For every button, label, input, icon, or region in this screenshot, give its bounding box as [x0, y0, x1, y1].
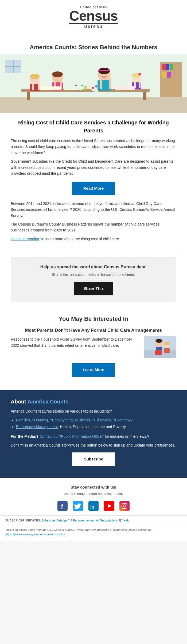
footer-social: Stay connected with us! Join the convers… — [0, 478, 187, 515]
about-link-employment[interactable]: ?Employment, — [50, 418, 74, 422]
article-body-2: Government subsidies like the Credit for… — [11, 158, 176, 176]
svg-rect-9 — [170, 64, 173, 70]
svg-point-20 — [92, 87, 94, 89]
about-media-suffix: for inquiries or interviews.? — [105, 434, 149, 439]
svg-text:in: in — [90, 504, 94, 509]
svg-text:f: f — [61, 503, 63, 510]
about-section: About America Counts America Counts feat… — [0, 390, 187, 478]
svg-rect-42 — [139, 81, 141, 88]
svg-rect-45 — [40, 86, 61, 90]
subscriber-label: SUBSCRIBER SERVICES: — [5, 519, 41, 522]
article-section: Rising Cost of Child Care Services a Cha… — [0, 113, 187, 250]
about-list-item-1: Families, ?Housing, ?Employment, Busines… — [16, 417, 176, 424]
help-link[interactable]: Help — [123, 519, 130, 522]
svg-point-44 — [138, 73, 141, 75]
article-body-3: Between 2014 and 2021, estimated revenue… — [11, 201, 176, 219]
about-link-housing[interactable]: ?Housing, — [32, 418, 49, 422]
main-title-section: America Counts: Stories Behind the Numbe… — [0, 32, 187, 54]
disclaimer-text: This is an official email from the U.S. … — [5, 528, 152, 531]
svg-rect-25 — [32, 82, 34, 90]
footer-links: SUBSCRIBER SERVICES: Subscriber Settings… — [0, 515, 187, 525]
svg-point-68 — [126, 504, 127, 505]
share-title: Help us spread the word about Census Bur… — [16, 264, 171, 270]
header: United States® Census Bureau — [0, 0, 187, 32]
footer-sep2: ?|? — [119, 519, 123, 522]
footer-social-title: Stay connected with us! — [5, 484, 182, 490]
svg-rect-7 — [162, 64, 166, 70]
facebook-icon[interactable]: f — [57, 501, 68, 511]
interested-thumbnail — [144, 336, 176, 358]
svg-rect-26 — [38, 82, 40, 90]
about-link-emergency[interactable]: Emergency Management, — [16, 425, 59, 429]
about-signup: Don't miss an America Counts story!?Use … — [11, 442, 176, 448]
instagram-icon[interactable] — [119, 501, 130, 511]
svg-point-21 — [95, 85, 97, 87]
interested-title: You May Be Interested In — [11, 314, 176, 323]
svg-point-52 — [155, 339, 162, 343]
interested-card-body: Responses to the Household Pulse Survey … — [11, 336, 176, 358]
about-pio-link[interactable]: Contact our?Public Information Office? — [40, 434, 104, 439]
svg-rect-38 — [98, 70, 110, 71]
svg-rect-47 — [115, 86, 135, 90]
hero-image — [0, 54, 187, 113]
footer-social-subtitle: Join the conversation on social media. — [5, 491, 182, 497]
about-text-health: Health, Population, Income and Poverty — [60, 425, 126, 429]
footer-sep: ?|? — [68, 519, 72, 522]
share-section: Help us spread the word about Census Bur… — [11, 257, 176, 302]
svg-rect-65 — [119, 501, 130, 511]
footer-disclaimer: This is an official email from the U.S. … — [0, 525, 187, 541]
svg-rect-35 — [100, 78, 102, 89]
article-title: Rising Cost of Child Care Services a Cha… — [11, 119, 176, 135]
about-link-families[interactable]: Families, — [16, 418, 31, 422]
interested-text: Responses to the Household Pulse Survey … — [11, 336, 140, 348]
share-this-button[interactable]: Share This — [74, 282, 114, 295]
svg-rect-10 — [162, 72, 166, 78]
interested-card-title: Most Parents Don?t Have Any Formal Child… — [11, 327, 176, 334]
svg-rect-36 — [109, 78, 111, 89]
youtube-icon[interactable] — [104, 501, 114, 511]
svg-rect-13 — [27, 92, 30, 100]
about-title: About America Counts — [11, 398, 176, 406]
continue-reading-link[interactable]: Continue reading — [11, 237, 39, 241]
about-title-prefix: About — [11, 399, 28, 405]
learn-more-button[interactable]: Learn More — [72, 363, 115, 377]
subscriber-settings-link[interactable]: Subscriber Settings — [42, 519, 67, 522]
svg-rect-14 — [143, 92, 146, 100]
remove-subscriptions-link[interactable]: Remove me from All Subscriptions — [73, 519, 118, 522]
email-wrapper: United States® Census Bureau America Cou… — [0, 0, 187, 541]
about-link-business[interactable]: Business, — [75, 418, 91, 422]
svg-rect-34 — [98, 80, 111, 91]
about-body-1: America Counts features stories on vario… — [11, 408, 176, 414]
share-wrapper: Help us spread the word about Census Bur… — [0, 250, 187, 309]
census-logo: United States® Census Bureau — [69, 5, 118, 29]
share-subtitle: Share this on social media or forward it… — [16, 272, 171, 277]
article-continue: Continue reading?to learn more about the… — [11, 236, 176, 242]
svg-rect-46 — [64, 86, 83, 90]
article-body-1: The rising cost of child care services i… — [11, 138, 176, 156]
interested-section: You May Be Interested In Most Parents Do… — [0, 309, 187, 387]
article-body-4: The Census Bureau?s County Business Patt… — [11, 221, 176, 233]
main-title: America Counts: Stories Behind the Numbe… — [11, 37, 176, 54]
twitter-icon[interactable] — [73, 501, 83, 511]
svg-rect-8 — [166, 64, 169, 70]
about-link-education[interactable]: ?Education, — [92, 418, 112, 422]
read-more-button[interactable]: Read More — [72, 182, 115, 195]
disclaimer-link[interactable]: https://www.census.gov/about/contact-us.… — [5, 533, 65, 536]
about-link-economy[interactable]: ?Economy? — [113, 418, 133, 422]
svg-rect-54 — [164, 348, 170, 353]
svg-rect-5 — [5, 66, 21, 67]
svg-rect-18 — [84, 86, 87, 90]
svg-point-55 — [164, 342, 170, 345]
about-media-label: For the Media:? — [11, 434, 38, 439]
social-icons-row: f in — [5, 501, 182, 511]
logo-bureau: Bureau — [69, 23, 118, 29]
about-title-link[interactable]: America Counts — [28, 399, 68, 405]
about-list-item-2: Emergency Management, Health, Population… — [16, 424, 176, 430]
svg-point-32 — [52, 71, 63, 77]
svg-point-27 — [30, 74, 40, 79]
about-list: Families, ?Housing, ?Employment, Busines… — [16, 417, 176, 430]
linkedin-icon[interactable]: in — [88, 501, 99, 511]
subscribe-button[interactable]: Subscribe — [72, 452, 115, 466]
about-media: For the Media:? Contact our?Public Infor… — [11, 433, 176, 439]
continue-suffix: ?to learn more about the rising cost of … — [39, 237, 120, 241]
